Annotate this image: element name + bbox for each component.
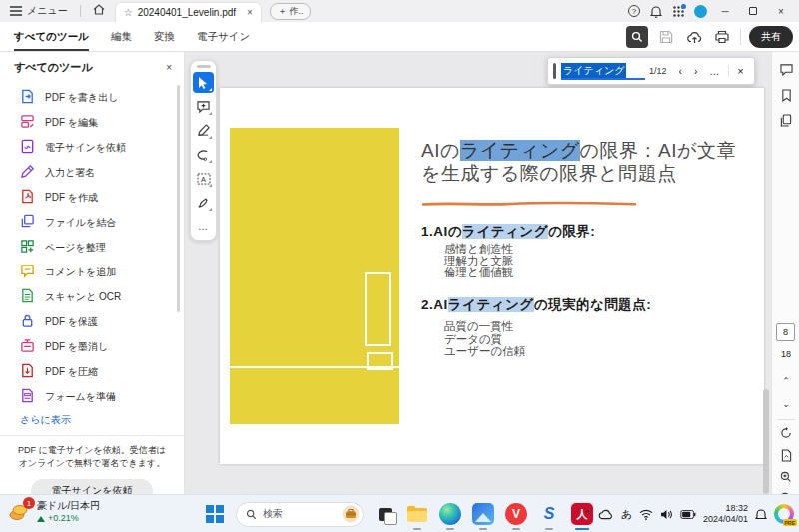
find-bar: ライティング 1/12 ‹ › … × [547, 57, 755, 85]
lasso-tool-button[interactable] [193, 144, 214, 165]
compress-pdf-icon [20, 363, 35, 380]
show-more-link[interactable]: さらに表示 [0, 409, 184, 433]
redact-pdf-icon [20, 338, 35, 355]
rotate-page-button[interactable] [772, 423, 799, 443]
help-button[interactable]: ? [625, 2, 643, 20]
running-indicator [512, 528, 520, 531]
tool-scan-ocr[interactable]: スキャンと OCR [0, 284, 184, 309]
request-signature-icon [20, 139, 35, 156]
zoom-in-button[interactable] [772, 467, 799, 487]
tool-organize-pages[interactable]: ページを整理 [0, 235, 184, 260]
tab-convert[interactable]: 変換 [154, 22, 175, 51]
star-icon[interactable]: ☆ [124, 7, 133, 18]
findbar-drag-handle[interactable] [553, 63, 556, 79]
bookmarks-panel-button[interactable] [772, 85, 799, 105]
task-view-icon [379, 508, 392, 521]
find-close-button[interactable]: × [728, 65, 745, 77]
tab-all-tools[interactable]: すべてのツール [14, 22, 89, 51]
find-options-button[interactable]: … [703, 66, 726, 77]
find-input[interactable]: ライティング [561, 61, 645, 81]
minimize-button[interactable]: ─ [713, 1, 737, 21]
document-viewport: A … ライティング 1/12 ‹ › … × [185, 52, 771, 494]
pdf-page[interactable]: AIのライティングの限界：AIが文章を生成する際の限界と問題点 1.AIのライテ… [220, 88, 764, 464]
tab-title: 20240401_Levelin.pdf [138, 7, 236, 18]
tab-edit[interactable]: 編集 [111, 22, 132, 51]
vivaldi-button[interactable]: V [504, 502, 528, 526]
document-tab[interactable]: ☆ 20240401_Levelin.pdf × [115, 2, 262, 22]
select-text-tool-button[interactable]: A [193, 168, 214, 189]
panel-title: すべてのツール [14, 60, 93, 75]
taskbar-search-box[interactable]: 検索 [236, 502, 364, 527]
sign-tool-button[interactable] [193, 120, 214, 141]
clock[interactable]: 18:32 2024/04/01 [703, 503, 748, 525]
upload-button[interactable] [684, 27, 704, 47]
tool-combine-files[interactable]: ファイルを結合 [0, 210, 184, 235]
comment-tool-button[interactable] [193, 96, 214, 117]
previous-page-button[interactable]: ⌃ [772, 376, 799, 386]
print-button[interactable] [712, 27, 732, 47]
notification-center-button[interactable] [755, 508, 767, 521]
tool-edit-pdf[interactable]: PDF を編集 [0, 110, 184, 135]
orange-underline [421, 201, 637, 207]
file-explorer-button[interactable] [405, 502, 429, 526]
tool-compress-pdf[interactable]: PDF を圧縮 [0, 359, 184, 384]
search-button[interactable] [626, 26, 648, 48]
account-button[interactable] [691, 2, 709, 20]
new-tab-button[interactable]: ＋ 作.. [270, 3, 312, 20]
maximize-button[interactable] [741, 1, 765, 21]
prepare-form-icon [20, 388, 35, 405]
current-page-input[interactable]: 8 [776, 323, 795, 341]
comments-panel-button[interactable] [772, 60, 799, 80]
tool-create-pdf[interactable]: PDF を作成 [0, 185, 184, 210]
sidebar-scrollbar[interactable] [177, 85, 180, 312]
palette-drag-handle[interactable] [197, 65, 211, 68]
find-previous-button[interactable]: ‹ [673, 66, 688, 77]
tool-fill-sign[interactable]: 入力と署名 [0, 160, 184, 185]
panel-close-icon[interactable]: × [166, 62, 172, 73]
ime-indicator[interactable]: あ [621, 507, 632, 522]
bookmark-icon [781, 89, 792, 102]
copilot-button[interactable]: PRE [774, 504, 794, 524]
document-scrollbar-thumb[interactable] [763, 389, 769, 494]
tool-request-signature[interactable]: 電子サインを依頼 [0, 135, 184, 160]
tool-add-comment[interactable]: コメントを追加 [0, 260, 184, 284]
select-tool-button[interactable] [193, 72, 214, 93]
menu-label: メニュー [27, 4, 68, 18]
next-page-button[interactable]: ⌄ [772, 399, 799, 409]
menu-button[interactable]: メニュー [0, 4, 78, 18]
save-button[interactable] [656, 27, 676, 47]
title-bar: メニュー ☆ 20240401_Levelin.pdf × ＋ 作.. ? [0, 0, 799, 22]
photos-button[interactable] [471, 502, 495, 526]
tool-export-pdf[interactable]: PDF を書き出し [0, 85, 184, 110]
comment-plus-icon [197, 101, 210, 113]
stamp-tool-button[interactable] [193, 192, 214, 213]
notifications-button[interactable] [647, 2, 665, 20]
tool-redact-pdf[interactable]: PDF を墨消し [0, 334, 184, 359]
more-tools-button[interactable]: … [193, 216, 214, 237]
wifi-button[interactable] [639, 509, 653, 520]
tab-close-icon[interactable]: × [247, 7, 253, 18]
fit-page-button[interactable] [772, 445, 799, 465]
tool-prepare-form[interactable]: フォームを準備 [0, 384, 184, 409]
start-button[interactable] [203, 502, 227, 526]
tab-esign[interactable]: 電子サイン [197, 22, 250, 51]
onedrive-button[interactable] [598, 509, 614, 520]
edge-button[interactable] [438, 502, 462, 526]
share-button[interactable]: 共有 [749, 26, 793, 48]
home-button[interactable] [83, 4, 115, 18]
battery-button[interactable] [680, 510, 696, 519]
tool-protect-pdf[interactable]: PDF を保護 [0, 309, 184, 334]
slide-yellow-image [230, 128, 400, 424]
document-scrollbar[interactable] [763, 52, 769, 494]
windows-taskbar: 1 豪ドル/日本円 +0.21% 検索 V S [0, 494, 799, 532]
weather-finance-widget[interactable]: 1 豪ドル/日本円 +0.21% [8, 499, 100, 525]
s-app-button[interactable]: S [537, 502, 561, 526]
close-button[interactable]: × [769, 1, 793, 21]
page-thumbnails-button[interactable] [772, 110, 799, 130]
volume-button[interactable] [660, 509, 673, 520]
task-view-button[interactable] [373, 502, 397, 526]
app-toolbar: すべてのツール 編集 変換 電子サイン 共有 [0, 22, 799, 52]
apps-grid-button[interactable] [669, 2, 687, 20]
find-next-button[interactable]: › [688, 66, 703, 77]
tray-overflow-button[interactable]: ⌃ [583, 509, 591, 519]
